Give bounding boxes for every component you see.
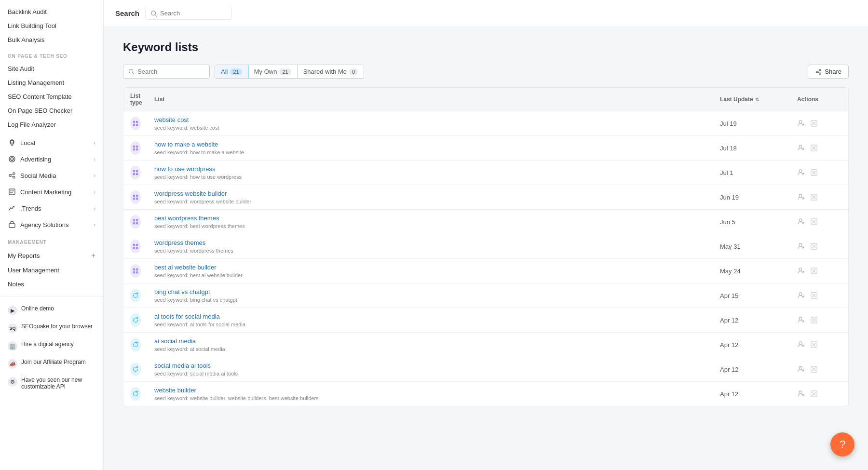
seed-keyword-text: seed keyword: best wordpress themes	[154, 223, 245, 229]
filter-tab-all[interactable]: All 21	[215, 65, 248, 78]
row-actions	[790, 193, 848, 201]
chevron-icon: ›	[94, 173, 95, 178]
topnav-search-box[interactable]	[145, 7, 232, 20]
add-user-action-icon[interactable]	[797, 169, 805, 176]
add-user-action-icon[interactable]	[797, 316, 805, 324]
sidebar-item-advertising[interactable]: Advertising ›	[0, 151, 103, 167]
filter-tab-my-own[interactable]: My Own 21	[248, 65, 298, 78]
sidebar-item-hire-agency[interactable]: 🏢 Hire a digital agency	[0, 337, 103, 355]
svg-line-20	[818, 70, 819, 71]
row-icon-cell	[123, 240, 148, 253]
top-navigation: Search	[104, 0, 868, 27]
sidebar-item-backlink-audit[interactable]: Backlink Audit	[0, 5, 103, 19]
add-user-action-icon[interactable]	[797, 144, 805, 152]
delete-action-icon[interactable]	[811, 341, 817, 348]
delete-action-icon[interactable]	[811, 169, 817, 176]
keyword-list-link[interactable]: best wordpress themes	[154, 215, 245, 222]
sidebar-item-my-reports[interactable]: My Reports +	[0, 248, 103, 263]
svg-rect-33	[136, 146, 138, 148]
refresh-icon	[130, 289, 141, 302]
col-header-last-update[interactable]: Last Update ⇅	[713, 93, 790, 106]
refresh-icon	[130, 363, 141, 376]
sidebar-item-trends[interactable]: .Trends ›	[0, 200, 103, 216]
seoquake-icon: SQ	[8, 323, 17, 333]
sort-icon: ⇅	[755, 97, 759, 102]
seed-keyword-text: seed keyword: website builder, website b…	[154, 395, 319, 401]
chevron-icon: ›	[94, 189, 95, 195]
keyword-list-link[interactable]: ai social media	[154, 337, 225, 345]
sidebar-item-api[interactable]: ⚙ Have you seen our new customizable API	[0, 373, 103, 394]
svg-rect-24	[133, 124, 135, 126]
keyword-list-icon	[130, 141, 141, 155]
keyword-list-link[interactable]: bing chat vs chatgpt	[154, 288, 237, 295]
add-user-action-icon[interactable]	[797, 218, 805, 226]
keyword-list-link[interactable]: wordpress themes	[154, 239, 233, 246]
add-report-icon[interactable]: +	[91, 251, 95, 260]
help-fab[interactable]: ?	[830, 432, 854, 457]
add-user-action-icon[interactable]	[797, 267, 805, 275]
keyword-list-link[interactable]: social media ai tools	[154, 362, 238, 369]
delete-action-icon[interactable]	[811, 317, 817, 323]
keyword-list-name: website cost seed keyword: website cost	[154, 116, 219, 131]
sidebar-item-affiliate[interactable]: 📣 Join our Affiliate Program	[0, 355, 103, 373]
row-icon-cell	[123, 166, 148, 179]
keyword-list-link[interactable]: ai tools for social media	[154, 313, 245, 320]
sidebar-item-link-building-tool[interactable]: Link Building Tool	[0, 19, 103, 33]
sidebar-item-seo-content-template[interactable]: SEO Content Template	[0, 90, 103, 104]
sidebar-item-local[interactable]: Local ›	[0, 134, 103, 151]
keyword-list-icon	[130, 117, 141, 130]
keyword-list-link[interactable]: website cost	[154, 116, 219, 123]
keyword-list-name: bing chat vs chatgpt seed keyword: bing …	[154, 288, 237, 303]
topnav-search-input[interactable]	[160, 10, 218, 17]
svg-rect-53	[136, 195, 138, 197]
delete-action-icon[interactable]	[811, 390, 817, 397]
sidebar-item-bulk-analysis[interactable]: Bulk Analysis	[0, 33, 103, 47]
row-date: Apr 15	[713, 292, 790, 299]
delete-action-icon[interactable]	[811, 120, 817, 127]
table-row: website cost seed keyword: website cost …	[123, 111, 848, 136]
add-user-action-icon[interactable]	[797, 341, 805, 349]
col-header-actions: Actions	[790, 93, 848, 106]
delete-action-icon[interactable]	[811, 366, 817, 373]
delete-action-icon[interactable]	[811, 145, 817, 151]
add-user-action-icon[interactable]	[797, 120, 805, 127]
filter-search-box[interactable]	[123, 65, 210, 79]
row-icon-cell	[123, 117, 148, 130]
sidebar-item-seoquake[interactable]: SQ SEOquake for your browser	[0, 319, 103, 337]
sidebar-item-on-page-seo-checker[interactable]: On Page SEO Checker	[0, 104, 103, 118]
sidebar-item-user-management[interactable]: User Management	[0, 263, 103, 277]
add-user-action-icon[interactable]	[797, 193, 805, 201]
keyword-list-link[interactable]: website builder	[154, 387, 319, 394]
delete-action-icon[interactable]	[811, 194, 817, 201]
sidebar-item-content-marketing[interactable]: Content Marketing ›	[0, 184, 103, 200]
sidebar-item-agency-solutions[interactable]: Agency Solutions ›	[0, 216, 103, 233]
sidebar-item-online-demo[interactable]: ▶ Online demo	[0, 301, 103, 319]
add-user-action-icon[interactable]	[797, 292, 805, 299]
delete-action-icon[interactable]	[811, 243, 817, 250]
keyword-list-link[interactable]: how to make a website	[154, 141, 244, 148]
share-button[interactable]: Share	[808, 65, 849, 79]
add-user-action-icon[interactable]	[797, 365, 805, 373]
col-header-list-type: List type	[123, 93, 148, 106]
delete-action-icon[interactable]	[811, 292, 817, 299]
filter-tab-shared-with-me[interactable]: Shared with Me 0	[298, 65, 364, 78]
delete-action-icon[interactable]	[811, 218, 817, 225]
filter-search-input[interactable]	[137, 68, 200, 75]
seed-keyword-text: seed keyword: social media ai tools	[154, 371, 238, 376]
sidebar-item-social-media[interactable]: Social Media ›	[0, 167, 103, 184]
row-icon-cell	[123, 190, 148, 204]
keyword-list-link[interactable]: wordpress website builder	[154, 190, 251, 197]
row-icon-cell	[123, 215, 148, 228]
sidebar-item-notes[interactable]: Notes	[0, 277, 103, 291]
add-user-action-icon[interactable]	[797, 242, 805, 250]
table-row: ai social media seed keyword: ai social …	[123, 333, 848, 357]
sidebar-item-site-audit[interactable]: Site Audit	[0, 62, 103, 76]
keyword-list-link[interactable]: best ai website builder	[154, 264, 243, 271]
keyword-list-link[interactable]: how to use wordpress	[154, 165, 242, 173]
sidebar-item-listing-management[interactable]: Listing Management	[0, 76, 103, 90]
refresh-icon	[130, 313, 141, 327]
sidebar-item-log-file-analyzer[interactable]: Log File Analyzer	[0, 118, 103, 132]
delete-action-icon[interactable]	[811, 268, 817, 274]
keyword-list-icon	[130, 190, 141, 204]
add-user-action-icon[interactable]	[797, 390, 805, 398]
